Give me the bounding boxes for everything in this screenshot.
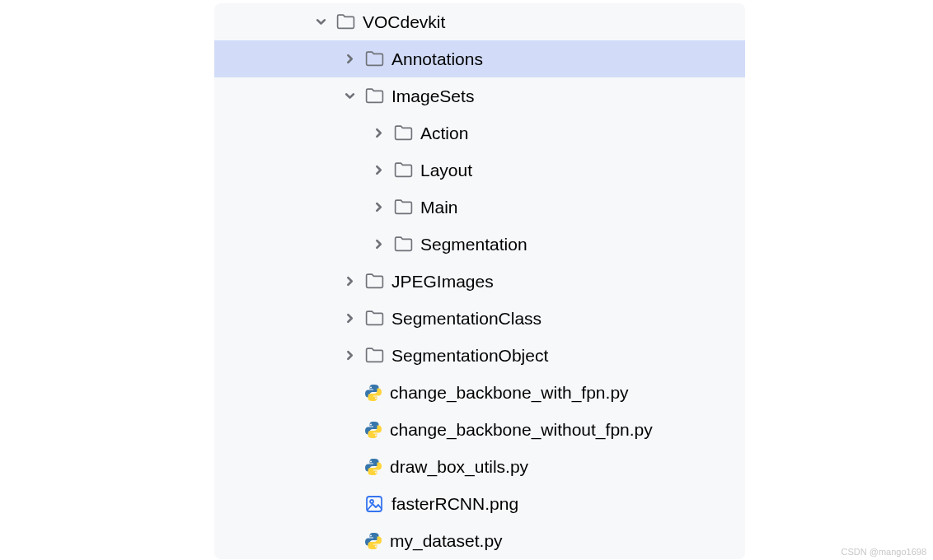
chevron-right-icon[interactable] [371, 200, 386, 215]
tree-item-label: Segmentation [420, 235, 527, 254]
tree-row[interactable]: ImageSets [214, 77, 745, 114]
tree-item-label: VOCdevkit [363, 12, 445, 32]
tree-row[interactable]: SegmentationObject [214, 337, 745, 374]
python-file-icon [363, 420, 383, 440]
folder-icon [392, 234, 414, 255]
tree-row[interactable]: VOCdevkit [214, 3, 745, 40]
chevron-down-icon[interactable] [342, 89, 357, 104]
python-file-icon [363, 531, 383, 551]
tree-item-label: SegmentationClass [391, 309, 542, 329]
tree-item-label: my_dataset.py [390, 531, 503, 551]
folder-icon [363, 86, 385, 107]
folder-icon [363, 345, 385, 366]
tree-item-label: Action [420, 124, 468, 143]
tree-row[interactable]: Annotations [214, 40, 745, 77]
folder-icon [363, 308, 385, 329]
chevron-right-icon[interactable] [342, 274, 357, 289]
tree-item-label: JPEGImages [391, 272, 494, 292]
python-file-icon [363, 383, 383, 403]
tree-row[interactable]: Action [214, 114, 745, 152]
folder-icon [335, 12, 356, 33]
folder-icon [392, 123, 414, 144]
tree-item-label: Main [420, 198, 458, 217]
tree-item-label: change_backbone_with_fpn.py [390, 383, 629, 403]
tree-item-label: draw_box_utils.py [390, 457, 528, 477]
tree-row[interactable]: change_backbone_with_fpn.py [214, 374, 745, 411]
svg-point-1 [370, 500, 373, 503]
tree-row[interactable]: fasterRCNN.png [214, 485, 745, 522]
tree-item-label: ImageSets [391, 86, 474, 106]
folder-icon [363, 271, 385, 292]
folder-icon [392, 197, 414, 218]
tree-row[interactable]: draw_box_utils.py [214, 448, 745, 485]
watermark: CSDN @mango1698 [842, 547, 927, 557]
chevron-right-icon[interactable] [342, 348, 357, 363]
tree-row[interactable]: Segmentation [214, 226, 745, 263]
tree-item-label: Annotations [391, 49, 483, 69]
chevron-right-icon[interactable] [371, 237, 386, 252]
tree-item-label: SegmentationObject [391, 346, 548, 366]
chevron-right-icon[interactable] [342, 311, 357, 326]
chevron-right-icon[interactable] [371, 126, 386, 141]
chevron-down-icon[interactable] [313, 15, 328, 30]
chevron-right-icon[interactable] [371, 163, 386, 178]
tree-row[interactable]: JPEGImages [214, 263, 745, 300]
image-file-icon [363, 493, 385, 515]
folder-icon [392, 160, 414, 181]
tree-row[interactable]: change_backbone_without_fpn.py [214, 411, 745, 448]
tree-item-label: fasterRCNN.png [391, 494, 518, 514]
tree-row[interactable]: my_dataset.py [214, 522, 745, 559]
tree-row[interactable]: SegmentationClass [214, 300, 745, 337]
python-file-icon [363, 457, 383, 477]
tree-row[interactable]: Main [214, 189, 745, 226]
chevron-right-icon[interactable] [342, 52, 357, 67]
folder-icon [363, 49, 385, 70]
tree-row[interactable]: Layout [214, 152, 745, 189]
file-tree: VOCdevkitAnnotationsImageSetsActionLayou… [214, 3, 745, 559]
tree-item-label: change_backbone_without_fpn.py [390, 420, 653, 440]
tree-item-label: Layout [420, 161, 472, 180]
